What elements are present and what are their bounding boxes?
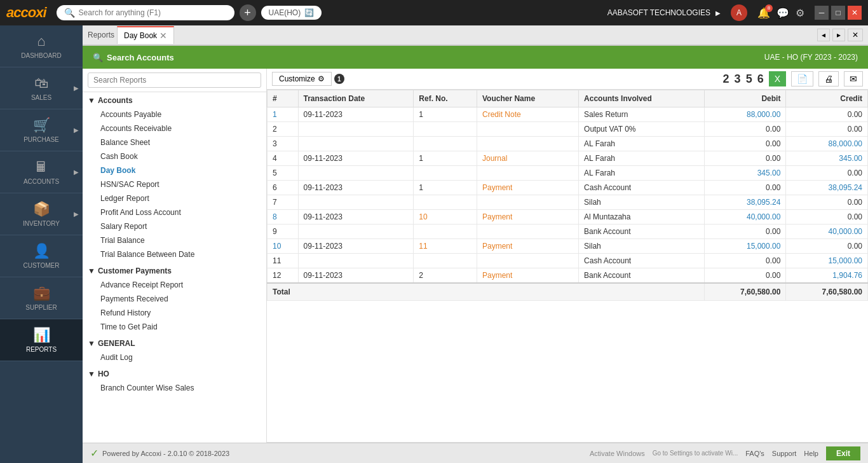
customer-payments-section-label: Customer Payments [98, 266, 172, 275]
location-bar[interactable]: UAE(HO) 🔄 [261, 6, 322, 20]
tree-item-time-to-get-paid[interactable]: Time to Get Paid [83, 320, 266, 334]
sidebar-label-accounts: ACCOUNTS [24, 178, 59, 185]
cell-credit: 0.00 [786, 107, 868, 122]
tree-header-ho[interactable]: ▼ HO [83, 367, 266, 381]
notification-icon[interactable]: 🔔 8 [757, 7, 770, 19]
cell-ref: 2 [414, 268, 477, 284]
tree-item-hsn-sac[interactable]: HSN/SAC Report [83, 177, 266, 191]
tab-prev-button[interactable]: ◂ [817, 29, 830, 41]
close-button[interactable]: ✕ [848, 6, 862, 20]
email-icon: ✉ [850, 74, 857, 84]
tree-header-general[interactable]: ▼ GENERAL [83, 336, 266, 350]
cell-voucher[interactable]: Payment [477, 239, 578, 254]
cell-voucher[interactable]: Credit Note [477, 107, 578, 122]
tree-item-trial-balance[interactable]: Trial Balance [83, 233, 266, 247]
cell-num[interactable]: 10 [268, 239, 299, 254]
refresh-icon[interactable]: 🔄 [304, 8, 314, 17]
cell-debit: 0.00 [704, 151, 786, 166]
minimize-button[interactable]: ─ [815, 6, 829, 20]
cell-debit: 88,000.00 [704, 107, 786, 122]
sidebar-item-inventory[interactable]: 📦 INVENTORY ▶ [0, 193, 83, 235]
sidebar: ⌂ DASHBOARD 🛍 SALES ▶ 🛒 PURCHASE ▶ 🖩 ACC… [0, 25, 83, 463]
cell-date: 09-11-2023 [298, 268, 414, 284]
toolbar-row: Customize ⚙ 1 2 3 5 6 X 📄 [267, 69, 868, 90]
tab-close-all-button[interactable]: ✕ [848, 29, 863, 41]
tree-item-branch-counter[interactable]: Branch Counter Wise Sales [83, 381, 266, 395]
cell-account: AL Farah [579, 166, 705, 181]
toolbar-right: 2 3 5 6 X 📄 🖨 ✉ [723, 71, 863, 86]
sidebar-item-reports[interactable]: 📊 REPORTS [0, 319, 83, 361]
tree-item-cash-book[interactable]: Cash Book [83, 149, 266, 163]
tree-item-payments-received[interactable]: Payments Received [83, 292, 266, 306]
customer-payments-collapse-icon: ▼ [88, 266, 95, 275]
sidebar-item-customer[interactable]: 👤 CUSTOMER [0, 235, 83, 277]
table-row: 8 09-11-2023 10 Payment Al Muntazaha 40,… [268, 210, 868, 225]
message-icon[interactable]: 💬 [776, 7, 789, 19]
tree-item-accounts-receivable[interactable]: Accounts Receivable [83, 121, 266, 135]
tree-item-accounts-payable[interactable]: Accounts Payable [83, 107, 266, 121]
cell-voucher[interactable]: Payment [477, 210, 578, 225]
customize-button[interactable]: Customize ⚙ [272, 72, 332, 86]
tree-item-audit-log[interactable]: Audit Log [83, 350, 266, 364]
cell-num[interactable]: 1 [268, 107, 299, 122]
global-search-bar[interactable]: 🔍 [57, 5, 234, 20]
cell-ref[interactable]: 10 [414, 210, 477, 225]
sidebar-label-purchase: PURCHASE [24, 136, 59, 143]
location-text: UAE(HO) [269, 8, 301, 17]
col-accounts-involved: Accounts Involved [579, 90, 705, 107]
global-search-input[interactable] [79, 8, 206, 17]
support-link[interactable]: Support [772, 450, 797, 457]
faqs-link[interactable]: FAQ's [745, 450, 764, 457]
exit-button[interactable]: Exit [826, 446, 860, 460]
tree-section-accounts: ▼ Accounts Accounts Payable Accounts Rec… [83, 92, 266, 263]
email-button[interactable]: ✉ [844, 71, 863, 86]
table-row: 6 09-11-2023 1 Payment Cash Account 0.00… [268, 181, 868, 195]
col-credit: Credit [786, 90, 868, 107]
sidebar-item-sales[interactable]: 🛍 SALES ▶ [0, 67, 83, 109]
tab-next-button[interactable]: ▸ [832, 29, 845, 41]
cell-voucher[interactable]: Payment [477, 268, 578, 284]
cell-voucher[interactable]: Payment [477, 181, 578, 195]
tree-item-trial-balance-date[interactable]: Trial Balance Between Date [83, 247, 266, 261]
window-controls: ─ □ ✕ [815, 6, 862, 20]
sidebar-item-accounts[interactable]: 🖩 ACCOUNTS ▶ [0, 151, 83, 193]
table-row: 9 Bank Account 0.00 40,000.00 [268, 225, 868, 239]
reports-icon: 📊 [33, 327, 50, 343]
tree-item-refund-history[interactable]: Refund History [83, 306, 266, 320]
cell-ref [414, 254, 477, 268]
tree-header-customer-payments[interactable]: ▼ Customer Payments [83, 264, 266, 278]
topbar-icons: 🔔 8 💬 ⚙ [757, 7, 804, 19]
search-icon: 🔍 [64, 8, 75, 18]
cell-num[interactable]: 8 [268, 210, 299, 225]
tab-daybook[interactable]: Day Book ✕ [117, 26, 174, 44]
search-reports-input[interactable] [88, 73, 261, 88]
export-excel-button[interactable]: X [769, 71, 786, 86]
add-button[interactable]: + [240, 4, 256, 21]
tree-item-day-book[interactable]: Day Book [83, 163, 266, 177]
tree-item-ledger-report[interactable]: Ledger Report [83, 191, 266, 205]
sidebar-item-supplier[interactable]: 💼 SUPPLIER [0, 277, 83, 319]
settings-icon[interactable]: ⚙ [796, 7, 804, 19]
print-button[interactable]: 🖨 [818, 71, 839, 86]
tree-item-balance-sheet[interactable]: Balance Sheet [83, 135, 266, 149]
table-row: 4 09-11-2023 1 Journal AL Farah 0.00 345… [268, 151, 868, 166]
export-pdf-button[interactable]: 📄 [791, 71, 813, 86]
tree-item-profit-loss[interactable]: Profit And Loss Account [83, 205, 266, 219]
sidebar-item-purchase[interactable]: 🛒 PURCHASE ▶ [0, 109, 83, 151]
cell-voucher[interactable]: Journal [477, 151, 578, 166]
col-debit: Debit [704, 90, 786, 107]
cell-credit: 0.00 [786, 166, 868, 181]
table-row: 7 Silah 38,095.24 0.00 [268, 195, 868, 210]
help-link[interactable]: Help [804, 450, 818, 457]
cell-debit: 38,095.24 [704, 195, 786, 210]
tree-item-salary-report[interactable]: Salary Report [83, 219, 266, 233]
tab-close-icon[interactable]: ✕ [159, 31, 167, 41]
cell-date [298, 137, 414, 151]
maximize-button[interactable]: □ [831, 6, 845, 20]
tree-header-accounts[interactable]: ▼ Accounts [83, 93, 266, 107]
cell-date: 09-11-2023 [298, 210, 414, 225]
cell-credit: 0.00 [786, 239, 868, 254]
sidebar-item-dashboard[interactable]: ⌂ DASHBOARD [0, 25, 83, 67]
cell-ref[interactable]: 11 [414, 239, 477, 254]
tree-item-advance-receipt[interactable]: Advance Receipt Report [83, 278, 266, 292]
